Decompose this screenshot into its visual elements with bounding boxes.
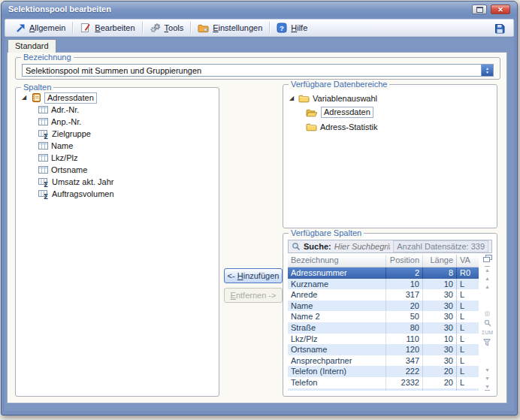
tree-item[interactable]: Anp.-Nr.: [20, 116, 216, 128]
edit-row-icon[interactable]: (|): [485, 310, 489, 316]
tree-item-label: Ortsname: [51, 165, 87, 174]
sum-column-icon: Σ: [38, 177, 49, 187]
page-up-icon[interactable]: ▲: [485, 284, 490, 289]
column-header-position[interactable]: Position: [385, 255, 422, 267]
tree-item[interactable]: Σ Auftragsvolumen: [20, 188, 216, 200]
grid-navigator: ▲ ▲ ▲ (|) ΣUM: [481, 255, 494, 391]
window-title: Selektionspool bearbeiten: [8, 2, 111, 17]
table-row[interactable]: Lkz/Plz 110 10 L: [288, 334, 479, 345]
tree-expander-icon[interactable]: ◢: [288, 95, 295, 102]
save-icon: [494, 23, 506, 34]
tree-item[interactable]: Σ Umsatz akt. Jahr: [20, 176, 216, 188]
tree-item-label: Adr.-Nr.: [51, 105, 79, 114]
toolbar-separator: [72, 22, 73, 34]
table-row[interactable]: Ansprechpartner 347 30 L: [288, 355, 479, 367]
table-row[interactable]: Telefon 2332 20 L: [288, 377, 479, 388]
table-column-icon: [38, 105, 48, 114]
restore-button[interactable]: [472, 5, 487, 14]
table-row[interactable]: Straße 80 30 L: [288, 322, 479, 334]
tree-item-label: Zielgruppe: [52, 129, 91, 138]
menu-einstellungen[interactable]: Einstellungen: [192, 22, 268, 35]
record-count: Anzahl Datensätze: 339: [393, 240, 488, 252]
tree-item[interactable]: Ortsname: [20, 164, 216, 176]
groupbox-legend: Bezeichnung: [21, 53, 74, 62]
table-row[interactable]: Name 20 30 L: [288, 301, 479, 312]
toolbar-separator: [190, 22, 191, 34]
search-input[interactable]: [334, 242, 391, 251]
tree-expander-icon[interactable]: ◢: [20, 94, 28, 101]
groupbox-verfuegbare-spalten: Verfügbare Spalten Suche: Anzahl Datensä…: [283, 233, 497, 397]
entfernen-button[interactable]: Entfernen ->: [224, 288, 283, 303]
combobox-spinner-button[interactable]: ▲▼: [481, 65, 493, 76]
scroll-bottom-icon[interactable]: ▼: [485, 384, 490, 391]
scroll-top-icon[interactable]: ▲: [485, 266, 490, 273]
table-row[interactable]: Kurzname 10 10 L: [288, 279, 479, 290]
notebook-pen-icon: [80, 23, 91, 33]
table-row-selected[interactable]: Adressnummer 2 8 R0: [288, 267, 479, 279]
groupbox-bezeichnung: Bezeichnung Selektionspool mit Summen un…: [15, 57, 500, 80]
hinzufuegen-button[interactable]: <- Hinzufügen: [224, 268, 283, 283]
toolbar: Allgemein Bearbeiten Tools Einstellungen: [5, 19, 514, 37]
tree-item[interactable]: Name: [20, 140, 216, 152]
close-icon: ✕: [497, 6, 503, 14]
tree-item[interactable]: Lkz/Plz: [20, 152, 216, 164]
tree-item[interactable]: Σ Zielgruppe: [20, 128, 216, 140]
menu-allgemein[interactable]: Allgemein: [10, 21, 71, 35]
menu-tools[interactable]: Tools: [144, 21, 189, 35]
arrow-right-text: ->: [266, 291, 276, 300]
table-row[interactable]: Anrede 317 30 L: [288, 289, 479, 301]
svg-text:?: ?: [280, 24, 284, 32]
gears-icon: [150, 23, 161, 33]
menu-bearbeiten[interactable]: Bearbeiten: [74, 21, 140, 35]
restore-icon: [476, 7, 483, 13]
search-icon: [292, 242, 301, 251]
tree-item-adress-statistik[interactable]: Adress-Statistik: [288, 119, 494, 134]
tree-item-label: Anp.-Nr.: [51, 117, 81, 126]
tree-root-adressdaten[interactable]: ◢ Adressdaten: [20, 92, 216, 104]
tab-standard[interactable]: Standard: [8, 39, 56, 53]
scroll-up-icon[interactable]: ▲: [485, 276, 490, 281]
tree-item[interactable]: Adr.-Nr.: [20, 104, 216, 116]
tree-node-label: Adressdaten: [44, 92, 97, 104]
content-area: Standard Bezeichnung Selektionspool mit …: [5, 38, 514, 411]
column-header-bezeichnung[interactable]: Bezeichnung: [288, 255, 385, 267]
table-row[interactable]: Telefax 242 20 L: [288, 388, 479, 391]
filter-icon[interactable]: [483, 339, 491, 346]
table-row[interactable]: Name 2 50 30 L: [288, 311, 479, 322]
scroll-down-icon[interactable]: ▼: [485, 376, 490, 381]
table-row[interactable]: Telefon (Intern) 222 20 L: [288, 366, 479, 377]
titlebar: Selektionspool bearbeiten ✕: [2, 2, 517, 17]
tree-item-label: Name: [51, 141, 73, 150]
menu-label: Bearbeiten: [95, 23, 135, 32]
save-button[interactable]: [491, 21, 509, 35]
tree-node-label: Adressdaten: [321, 107, 373, 118]
page-down-icon[interactable]: ▼: [485, 367, 490, 373]
sum-column-icon: Σ: [38, 129, 49, 139]
summary-icon[interactable]: ΣUM: [482, 330, 493, 336]
column-chooser-icon[interactable]: [483, 255, 492, 263]
folder-closed-icon: [306, 122, 317, 131]
menu-label: Allgemein: [29, 23, 65, 32]
window: Selektionspool bearbeiten ✕ Allgemein Be…: [1, 1, 518, 415]
tree-root-variablenauswahl[interactable]: ◢ Variablenauswahl: [288, 91, 494, 105]
folder-open-icon: [306, 108, 318, 117]
table-row[interactable]: Ortsname 120 30 L: [288, 344, 479, 355]
groupbox-legend: Verfügbare Spalten: [289, 228, 364, 238]
datenbereiche-tree: ◢ Variablenauswahl Adressdaten: [288, 91, 494, 134]
arrow-left-text: <-: [228, 271, 237, 280]
folder-settings-icon: [198, 23, 209, 33]
menu-hilfe[interactable]: ? Hilfe: [271, 21, 313, 35]
table-header: Bezeichnung Position Länge VA: [288, 255, 479, 267]
menu-label: Tools: [165, 23, 184, 32]
column-header-va[interactable]: VA: [456, 255, 479, 267]
help-icon: ?: [277, 23, 287, 33]
groupbox-datenbereiche: Verfügbare Datenbereiche ◢ Variablenausw…: [283, 84, 497, 228]
svg-text:Σ: Σ: [44, 133, 48, 139]
column-header-laenge[interactable]: Länge: [422, 255, 456, 267]
tree-item-adressdaten[interactable]: Adressdaten: [288, 105, 494, 119]
search-bar: Suche: Anzahl Datensätze: 339: [288, 240, 492, 253]
folder-closed-icon: [298, 94, 310, 103]
bezeichnung-combobox[interactable]: Selektionspool mit Summen und Gruppierun…: [22, 64, 494, 77]
row-search-icon[interactable]: [484, 319, 491, 327]
close-button[interactable]: ✕: [491, 5, 510, 14]
